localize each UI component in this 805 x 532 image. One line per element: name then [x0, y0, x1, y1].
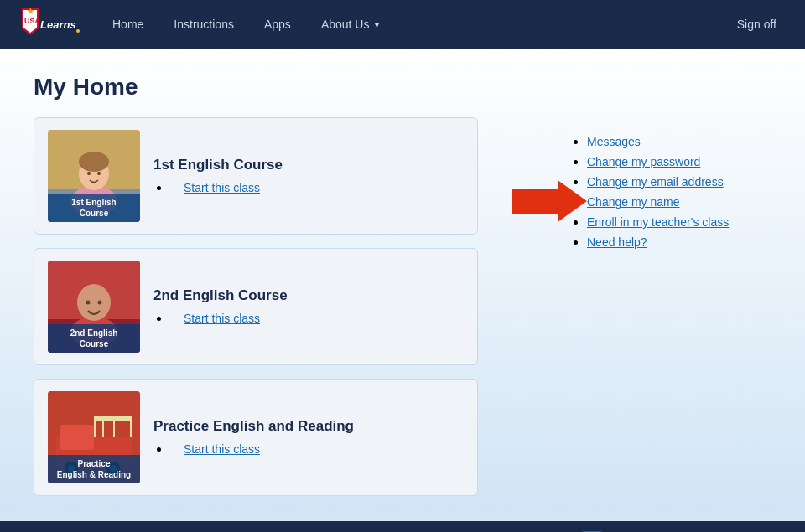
svg-point-18	[98, 301, 102, 305]
sidebar-link-item-help: Need help?	[587, 235, 763, 250]
arrow-container	[512, 176, 587, 226]
footer: © 2015 Sacramento County Office of Educa…	[0, 521, 805, 532]
svg-rect-28	[130, 416, 132, 437]
content-area: 1	[34, 117, 771, 496]
enroll-link[interactable]: Enroll in my teacher's class	[587, 215, 729, 229]
course-thumb-label-3: PracticeEnglish & Reading	[48, 455, 140, 483]
svg-rect-27	[94, 416, 96, 437]
main-content: My Home 1	[0, 49, 805, 521]
sidebar-link-item-password: Change my password	[587, 154, 763, 169]
svg-point-16	[77, 284, 111, 321]
page-title: My Home	[34, 74, 771, 101]
course-info-2: 2nd English Course Start this class	[153, 287, 464, 326]
nav-apps[interactable]: Apps	[249, 0, 306, 49]
svg-rect-29	[102, 416, 104, 437]
courses-list: 1	[34, 117, 478, 496]
svg-point-12	[97, 172, 101, 175]
sidebar-area: Messages Change my password Change my em…	[512, 117, 763, 255]
svg-rect-26	[94, 416, 132, 421]
course-card-1: 1	[34, 117, 478, 235]
logo[interactable]: USA Learns	[13, 7, 80, 42]
course-thumb-label-1: 1st EnglishCourse	[48, 194, 140, 222]
svg-marker-31	[512, 180, 587, 222]
sidebar-links: Messages Change my password Change my em…	[570, 134, 763, 250]
navbar: USA Learns Home Instructions Apps About …	[0, 0, 805, 49]
svg-point-10	[79, 152, 109, 172]
course-thumb-label-2: 2nd EnglishCourse	[48, 324, 140, 353]
sidebar-link-item-messages: Messages	[587, 134, 763, 149]
change-email-link[interactable]: Change my email address	[587, 175, 724, 189]
change-name-link[interactable]: Change my name	[587, 195, 680, 209]
messages-link[interactable]: Messages	[587, 135, 641, 148]
signoff-button[interactable]: Sign off	[722, 0, 792, 49]
course-name-2: 2nd English Course	[153, 287, 464, 304]
course-info-1: 1st English Course Start this class	[153, 157, 464, 195]
nav-links: Home Instructions Apps About Us ▼	[97, 0, 722, 49]
course-thumb-2: 2 2nd EnglishCourse	[48, 261, 140, 353]
course-thumb-3: 3	[48, 391, 140, 483]
course-card-2: 2 2nd EnglishCourse	[34, 248, 478, 365]
start-class-link-3[interactable]: Start this class	[184, 442, 260, 456]
course-info-3: Practice English and Reading Start this …	[153, 418, 464, 457]
change-password-link[interactable]: Change my password	[587, 155, 700, 168]
chevron-down-icon: ▼	[372, 20, 381, 29]
sidebar-link-item-name: Change my name	[587, 194, 763, 209]
sidebar: Messages Change my password Change my em…	[570, 126, 763, 255]
svg-rect-30	[113, 416, 115, 437]
nav-home[interactable]: Home	[97, 0, 158, 49]
course-name-1: 1st English Course	[153, 157, 464, 173]
course-thumb-1: 1	[48, 130, 140, 222]
course-card-3: 3	[34, 379, 478, 496]
svg-point-11	[87, 172, 91, 175]
start-class-link-1[interactable]: Start this class	[184, 181, 260, 194]
svg-text:USA: USA	[24, 17, 41, 25]
need-help-sidebar-link[interactable]: Need help?	[587, 235, 647, 249]
course-name-3: Practice English and Reading	[153, 418, 464, 435]
start-class-link-2[interactable]: Start this class	[184, 312, 260, 325]
nav-about-us[interactable]: About Us ▼	[306, 0, 397, 49]
svg-rect-21	[60, 425, 94, 450]
svg-point-5	[76, 29, 80, 33]
sidebar-link-item-enroll: Enroll in my teacher's class	[587, 214, 763, 230]
svg-text:Learns: Learns	[40, 18, 76, 31]
right-arrow-icon	[512, 176, 587, 226]
nav-instructions[interactable]: Instructions	[158, 0, 249, 49]
sidebar-link-item-email: Change my email address	[587, 174, 763, 189]
svg-point-17	[86, 301, 91, 305]
